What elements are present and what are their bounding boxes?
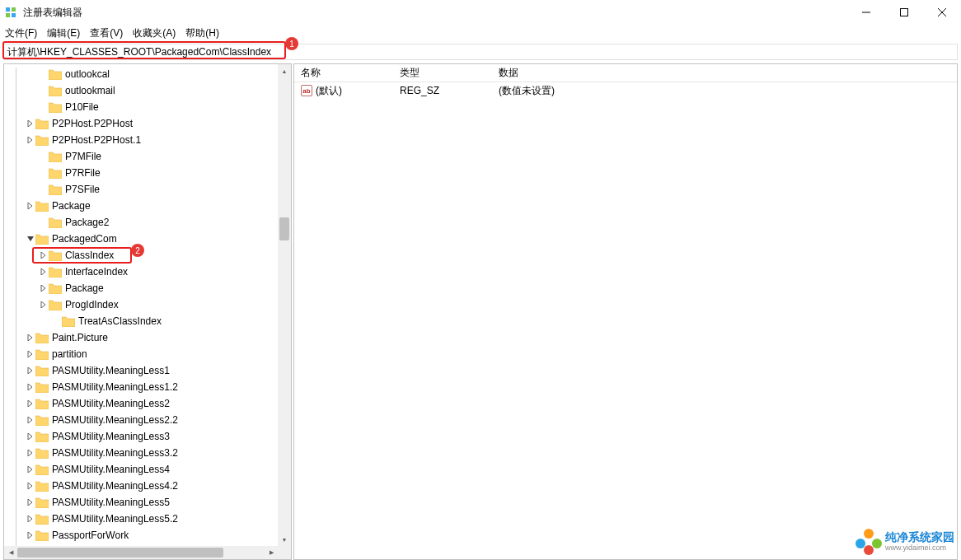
tree-item[interactable]: PASMUtility.MeaningLess1.2 bbox=[4, 379, 291, 395]
chevron-right-icon[interactable] bbox=[24, 118, 35, 129]
tree-item[interactable]: PASMUtility.MeaningLess3 bbox=[4, 428, 291, 445]
chevron-right-icon[interactable] bbox=[24, 348, 35, 360]
tree-item[interactable]: PASMUtility.MeaningLess2.2 bbox=[4, 412, 291, 428]
tree-item-label: PASMUtility.MeaningLess5 bbox=[52, 497, 170, 508]
chevron-right-icon[interactable] bbox=[24, 497, 35, 508]
value-row[interactable]: ab (默认) REG_SZ (数值未设置) bbox=[294, 82, 957, 99]
expander-placeholder bbox=[37, 217, 49, 228]
chevron-right-icon[interactable] bbox=[24, 414, 35, 426]
tree-item[interactable]: PASMUtility.MeaningLess4.2 bbox=[4, 478, 291, 494]
svg-rect-3 bbox=[12, 13, 16, 17]
folder-icon bbox=[35, 415, 49, 426]
menu-favorites[interactable]: 收藏夹(A) bbox=[133, 26, 176, 40]
expander-placeholder bbox=[50, 315, 62, 327]
tree-item[interactable]: InterfaceIndex bbox=[4, 264, 291, 280]
window-title: 注册表编辑器 bbox=[23, 6, 847, 20]
menu-file[interactable]: 文件(F) bbox=[5, 26, 37, 40]
tree-item[interactable]: PASMUtility.MeaningLess3.2 bbox=[4, 445, 291, 461]
folder-icon bbox=[35, 333, 49, 343]
folder-icon bbox=[35, 119, 49, 129]
tree-item[interactable]: partition bbox=[4, 346, 291, 362]
tree-item[interactable]: P7MFile bbox=[4, 148, 291, 165]
chevron-right-icon[interactable] bbox=[37, 299, 49, 310]
value-type: REG_SZ bbox=[393, 85, 492, 96]
menu-edit[interactable]: 编辑(E) bbox=[47, 26, 80, 40]
chevron-right-icon[interactable] bbox=[24, 464, 35, 475]
minimize-button[interactable] bbox=[847, 0, 885, 25]
tree-item[interactable]: PASMUtility.MeaningLess5 bbox=[4, 494, 291, 511]
scroll-thumb-v[interactable] bbox=[279, 217, 289, 240]
tree-item[interactable]: PackagedCom bbox=[4, 231, 291, 247]
folder-icon bbox=[35, 481, 49, 492]
app-icon bbox=[5, 6, 18, 19]
tree-item[interactable]: Package bbox=[4, 198, 291, 214]
tree-item-label: PASMUtility.MeaningLess1 bbox=[52, 365, 170, 376]
chevron-right-icon[interactable] bbox=[37, 266, 49, 278]
chevron-right-icon[interactable] bbox=[24, 431, 35, 442]
scroll-down-button[interactable]: ▼ bbox=[278, 533, 291, 546]
scroll-thumb-h[interactable] bbox=[17, 548, 223, 558]
tree-item[interactable]: PASMUtility.MeaningLess4 bbox=[4, 461, 291, 478]
tree-item[interactable]: Paint.Picture bbox=[4, 329, 291, 346]
chevron-right-icon[interactable] bbox=[24, 381, 35, 393]
tree-item[interactable]: P7SFile bbox=[4, 181, 291, 198]
chevron-down-icon[interactable] bbox=[24, 233, 35, 245]
chevron-right-icon[interactable] bbox=[37, 282, 49, 294]
scroll-track-v[interactable] bbox=[278, 77, 291, 533]
close-button[interactable] bbox=[923, 0, 961, 25]
folder-icon bbox=[49, 184, 62, 195]
values-pane: 名称 类型 数据 ab (默认) REG_SZ (数值未设置) bbox=[293, 63, 958, 560]
folder-icon bbox=[35, 530, 49, 541]
chevron-right-icon[interactable] bbox=[24, 332, 35, 343]
expander-placeholder bbox=[37, 101, 49, 113]
menu-help[interactable]: 帮助(H) bbox=[185, 26, 219, 40]
chevron-right-icon[interactable] bbox=[37, 250, 49, 261]
scroll-track-h[interactable] bbox=[17, 546, 265, 559]
registry-tree[interactable]: outlookcaloutlookmailP10FileP2PHost.P2PH… bbox=[4, 64, 291, 545]
tree-item-label: partition bbox=[52, 348, 87, 360]
tree-item-label: P2PHost.P2PHost.1 bbox=[52, 134, 141, 146]
tree-item[interactable]: outlookcal bbox=[4, 66, 291, 82]
tree-item[interactable]: ClassIndex bbox=[4, 247, 291, 264]
scroll-up-button[interactable]: ▲ bbox=[278, 64, 291, 77]
string-value-icon: ab bbox=[301, 85, 312, 96]
tree-item[interactable]: P7RFile bbox=[4, 165, 291, 181]
col-data[interactable]: 数据 bbox=[492, 64, 957, 82]
menu-view[interactable]: 查看(V) bbox=[90, 26, 123, 40]
scroll-right-button[interactable]: ▶ bbox=[265, 546, 278, 559]
tree-item[interactable]: Package bbox=[4, 280, 291, 296]
tree-item[interactable]: TreatAsClassIndex bbox=[4, 313, 291, 329]
tree-item[interactable]: Package2 bbox=[4, 214, 291, 231]
tree-item-label: PASMUtility.MeaningLess4 bbox=[52, 464, 170, 475]
chevron-right-icon[interactable] bbox=[24, 134, 35, 146]
chevron-right-icon[interactable] bbox=[24, 365, 35, 376]
tree-item[interactable]: P2PHost.P2PHost bbox=[4, 115, 291, 132]
chevron-right-icon[interactable] bbox=[24, 480, 35, 492]
col-name[interactable]: 名称 bbox=[294, 64, 393, 82]
chevron-right-icon[interactable] bbox=[24, 398, 35, 409]
svg-rect-1 bbox=[12, 7, 16, 12]
tree-item[interactable]: P10File bbox=[4, 99, 291, 115]
folder-icon bbox=[49, 267, 62, 278]
tree-item[interactable]: outlookmail bbox=[4, 82, 291, 99]
scroll-corner bbox=[278, 546, 291, 559]
tree-scrollbar-horizontal[interactable]: ◀ ▶ bbox=[4, 546, 278, 559]
tree-item[interactable]: PASMUtility.MeaningLess2 bbox=[4, 395, 291, 412]
tree-item[interactable]: ProgIdIndex bbox=[4, 296, 291, 313]
tree-item[interactable]: PassportForWork bbox=[4, 527, 291, 544]
chevron-right-icon[interactable] bbox=[24, 530, 35, 541]
address-bar[interactable]: 计算机\HKEY_CLASSES_ROOT\PackagedCom\ClassI… bbox=[3, 44, 958, 60]
folder-icon bbox=[49, 168, 62, 179]
maximize-button[interactable] bbox=[885, 0, 923, 25]
col-type[interactable]: 类型 bbox=[393, 64, 492, 82]
tree-item-label: Package2 bbox=[65, 217, 109, 228]
chevron-right-icon[interactable] bbox=[24, 447, 35, 459]
tree-item[interactable]: PASMUtility.MeaningLess5.2 bbox=[4, 511, 291, 527]
chevron-right-icon[interactable] bbox=[24, 200, 35, 212]
tree-item[interactable]: P2PHost.P2PHost.1 bbox=[4, 132, 291, 148]
folder-icon bbox=[49, 152, 62, 162]
tree-scrollbar-vertical[interactable]: ▲ ▼ bbox=[278, 64, 291, 546]
scroll-left-button[interactable]: ◀ bbox=[4, 546, 17, 559]
tree-item[interactable]: PASMUtility.MeaningLess1 bbox=[4, 362, 291, 379]
chevron-right-icon[interactable] bbox=[24, 513, 35, 525]
